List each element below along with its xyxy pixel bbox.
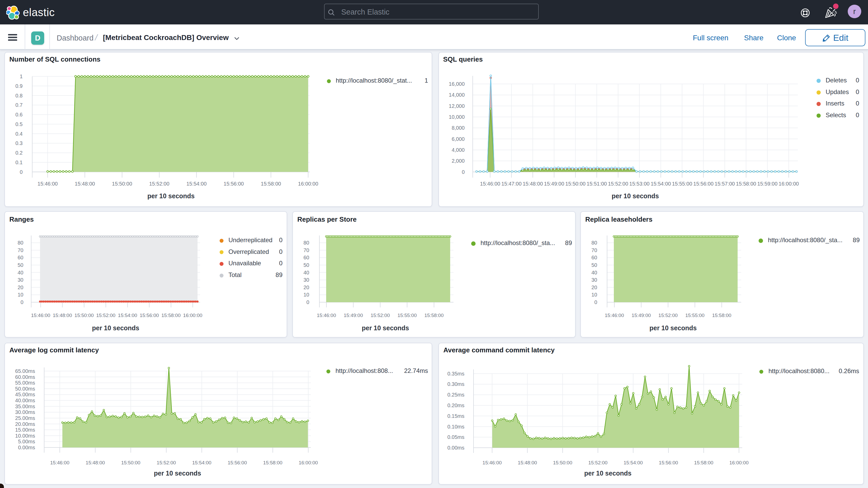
- svg-text:15:55:00: 15:55:00: [672, 181, 692, 187]
- svg-text:15:56:00: 15:56:00: [228, 460, 247, 465]
- svg-text:0: 0: [462, 169, 465, 175]
- svg-text:15:58:00: 15:58:00: [694, 460, 713, 465]
- svg-text:15.00ms: 15.00ms: [15, 427, 35, 433]
- svg-text:2,000: 2,000: [452, 158, 465, 164]
- svg-text:15:50:00: 15:50:00: [74, 313, 94, 318]
- svg-text:15:48:00: 15:48:00: [53, 313, 72, 318]
- svg-text:15:46:00: 15:46:00: [605, 313, 624, 318]
- svg-text:40: 40: [18, 270, 23, 275]
- svg-text:15:52:00: 15:52:00: [371, 313, 390, 318]
- svg-text:0.30ms: 0.30ms: [447, 381, 464, 387]
- svg-text:15:54:00: 15:54:00: [623, 460, 643, 465]
- svg-text:0.1: 0.1: [16, 159, 23, 165]
- svg-text:10: 10: [591, 292, 597, 298]
- svg-text:40: 40: [591, 270, 597, 275]
- svg-text:20: 20: [18, 284, 23, 290]
- svg-text:0.9: 0.9: [16, 83, 23, 89]
- svg-text:15:58:00: 15:58:00: [424, 313, 444, 318]
- svg-text:15:52:00: 15:52:00: [96, 313, 115, 318]
- svg-text:80: 80: [304, 240, 309, 246]
- svg-text:6,000: 6,000: [452, 136, 465, 142]
- svg-text:5.00ms: 5.00ms: [18, 439, 35, 444]
- svg-text:30.00ms: 30.00ms: [15, 409, 35, 415]
- svg-text:15:50:00: 15:50:00: [121, 460, 140, 465]
- svg-text:30: 30: [591, 277, 597, 283]
- svg-text:10.00ms: 10.00ms: [15, 433, 35, 439]
- svg-text:15:57:00: 15:57:00: [715, 181, 735, 187]
- svg-text:15:50:00: 15:50:00: [565, 181, 586, 187]
- svg-text:15:46:00: 15:46:00: [50, 460, 69, 465]
- svg-text:1: 1: [20, 73, 23, 79]
- svg-text:80: 80: [591, 240, 597, 246]
- svg-text:per 10 seconds: per 10 seconds: [584, 469, 631, 477]
- svg-text:0.6: 0.6: [16, 112, 23, 118]
- svg-text:15:46:00: 15:46:00: [37, 181, 58, 187]
- svg-text:50.00ms: 50.00ms: [15, 386, 35, 392]
- svg-text:70: 70: [18, 247, 23, 253]
- svg-text:0.5: 0.5: [16, 121, 23, 127]
- svg-text:20: 20: [304, 284, 309, 290]
- svg-text:15:54:00: 15:54:00: [118, 313, 137, 318]
- svg-text:15:58:00: 15:58:00: [736, 181, 756, 187]
- svg-text:0.7: 0.7: [16, 102, 23, 108]
- svg-text:0.2: 0.2: [16, 150, 23, 156]
- svg-text:15:49:00: 15:49:00: [344, 313, 363, 318]
- svg-text:0.15ms: 0.15ms: [447, 413, 464, 419]
- svg-text:0.35ms: 0.35ms: [447, 371, 464, 376]
- svg-text:15:46:00: 15:46:00: [317, 313, 336, 318]
- svg-text:0.4: 0.4: [16, 131, 23, 137]
- svg-text:15:58:00: 15:58:00: [261, 181, 281, 187]
- svg-text:70: 70: [591, 247, 597, 253]
- svg-text:20: 20: [591, 284, 597, 290]
- svg-text:55.00ms: 55.00ms: [15, 380, 35, 386]
- svg-text:per 10 seconds: per 10 seconds: [92, 324, 139, 332]
- svg-text:per 10 seconds: per 10 seconds: [612, 192, 659, 200]
- svg-text:0.8: 0.8: [16, 93, 23, 98]
- svg-text:4,000: 4,000: [452, 147, 465, 153]
- svg-text:0.20ms: 0.20ms: [447, 402, 464, 408]
- svg-text:10: 10: [304, 292, 309, 298]
- svg-text:20.00ms: 20.00ms: [15, 421, 35, 427]
- svg-text:15:46:00: 15:46:00: [483, 460, 502, 465]
- svg-text:15:48:00: 15:48:00: [523, 181, 543, 187]
- svg-text:0.00ms: 0.00ms: [447, 445, 464, 451]
- svg-text:70: 70: [304, 247, 309, 253]
- svg-text:15:59:00: 15:59:00: [757, 181, 778, 187]
- svg-text:15:58:00: 15:58:00: [263, 460, 282, 465]
- svg-text:15:52:00: 15:52:00: [608, 181, 628, 187]
- svg-text:0.00ms: 0.00ms: [18, 445, 35, 450]
- svg-text:per 10 seconds: per 10 seconds: [649, 324, 697, 332]
- svg-text:65.00ms: 65.00ms: [15, 368, 35, 374]
- svg-text:15:52:00: 15:52:00: [149, 181, 169, 187]
- svg-text:15:58:00: 15:58:00: [161, 313, 181, 318]
- svg-text:15:48:00: 15:48:00: [518, 460, 537, 465]
- svg-text:15:54:00: 15:54:00: [651, 181, 671, 187]
- svg-text:10,000: 10,000: [449, 114, 465, 120]
- svg-text:80: 80: [18, 240, 23, 246]
- svg-text:0: 0: [594, 299, 597, 305]
- svg-text:15:58:00: 15:58:00: [712, 313, 731, 318]
- svg-text:15:56:00: 15:56:00: [659, 460, 678, 465]
- svg-text:per 10 seconds: per 10 seconds: [362, 324, 409, 332]
- svg-text:0.25ms: 0.25ms: [447, 392, 464, 398]
- svg-text:0: 0: [20, 169, 23, 175]
- svg-text:15:49:00: 15:49:00: [631, 313, 651, 318]
- svg-text:30: 30: [304, 277, 309, 283]
- svg-text:50: 50: [591, 262, 597, 268]
- svg-text:16:00:00: 16:00:00: [779, 181, 799, 187]
- svg-text:60: 60: [304, 255, 309, 261]
- svg-text:15:55:00: 15:55:00: [685, 313, 705, 318]
- svg-text:50: 50: [304, 262, 309, 268]
- svg-text:15:49:00: 15:49:00: [544, 181, 564, 187]
- svg-text:15:54:00: 15:54:00: [186, 181, 207, 187]
- svg-text:14,000: 14,000: [449, 92, 465, 98]
- svg-text:15:50:00: 15:50:00: [112, 181, 132, 187]
- svg-text:35.00ms: 35.00ms: [15, 403, 35, 409]
- svg-text:0.05ms: 0.05ms: [447, 434, 464, 440]
- svg-text:8,000: 8,000: [452, 125, 465, 131]
- svg-text:15:54:00: 15:54:00: [192, 460, 211, 465]
- svg-text:10: 10: [18, 292, 23, 298]
- svg-text:0: 0: [306, 299, 309, 305]
- svg-text:40: 40: [304, 270, 309, 275]
- svg-text:15:48:00: 15:48:00: [86, 460, 105, 465]
